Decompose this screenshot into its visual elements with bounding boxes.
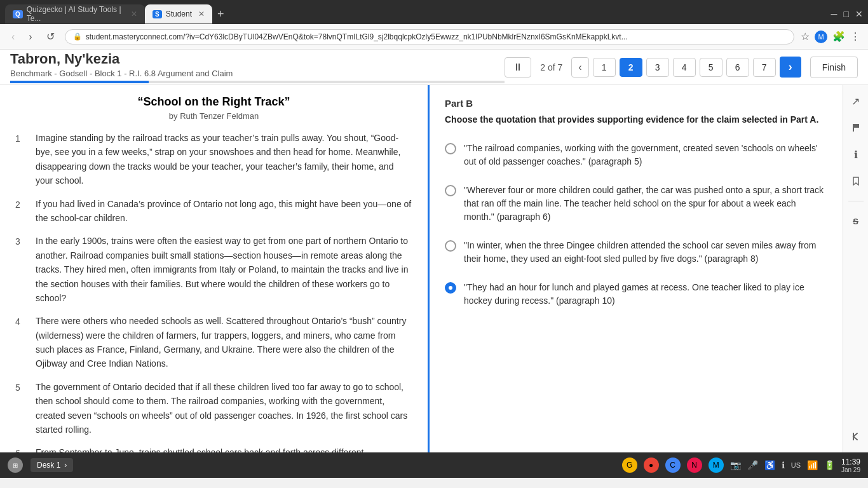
answer-option-d[interactable]: "They had an hour for lunch and played g… — [445, 278, 827, 310]
taskbar-app4-icon[interactable]: N — [687, 458, 702, 473]
para-text-5: The government of Ontario decided that i… — [36, 380, 412, 437]
taskbar-status-icon[interactable]: 📷 — [730, 460, 741, 470]
taskbar-start-button[interactable]: ⊞ — [8, 458, 23, 473]
para-text-2: If you had lived in Canada’s province of… — [36, 197, 412, 226]
lock-icon: 🔒 — [73, 32, 82, 41]
tab-quizgecko-label: Quizgecko | AI Study Tools | Te... — [27, 5, 125, 23]
radio-a[interactable] — [445, 143, 456, 154]
answer-option-a[interactable]: "The railroad companies, working with th… — [445, 139, 827, 171]
radio-b[interactable] — [445, 185, 456, 196]
radio-c[interactable] — [445, 240, 456, 252]
option-text-a: "The railroad companies, working with th… — [464, 142, 827, 168]
minimize-icon[interactable]: ─ — [831, 9, 837, 19]
student-info: Tabron, Ny'kezia Benchmark - Godsell - B… — [10, 51, 505, 83]
toolbar-separator — [848, 201, 864, 201]
new-tab-button[interactable]: + — [217, 8, 224, 21]
paragraph-3: 3 In the early 1900s, trains were often … — [15, 234, 412, 305]
menu-icon[interactable]: ⋮ — [850, 30, 860, 43]
back-button[interactable]: ‹ — [8, 30, 18, 44]
bookmark-icon[interactable] — [846, 172, 865, 191]
chrome-profile-icon[interactable]: M — [815, 30, 827, 43]
taskbar-mic-icon[interactable]: 🎤 — [747, 460, 758, 470]
taskbar-time: 11:39 — [841, 458, 860, 466]
tab-student[interactable]: S Student ✕ — [145, 4, 212, 24]
url-bar[interactable]: 🔒 student.masteryconnect.com/?iv=CdY63lc… — [65, 29, 794, 44]
taskbar-app5-icon[interactable]: M — [709, 458, 724, 473]
part-label: Part B — [445, 98, 827, 109]
tab-quizgecko-close[interactable]: ✕ — [131, 10, 137, 18]
para-num-2: 2 — [15, 198, 25, 226]
answer-option-c[interactable]: "In winter, when the three Dingee childr… — [445, 236, 827, 268]
progress-bar — [10, 81, 149, 83]
next-arrow-button[interactable]: › — [780, 57, 801, 78]
close-window-icon[interactable]: ✕ — [855, 9, 863, 19]
tab-student-label: Student — [166, 10, 192, 18]
svg-rect-0 — [853, 124, 854, 132]
pause-button[interactable]: ⏸ — [505, 57, 531, 78]
paragraph-2: 2 If you had lived in Canada’s province … — [15, 197, 412, 226]
quizgecko-favicon: Q — [13, 10, 23, 18]
taskbar-app2-icon[interactable]: ● — [644, 458, 659, 473]
page-5-button[interactable]: 5 — [700, 58, 722, 77]
taskbar-date: Jan 29 — [841, 466, 860, 473]
student-favicon: S — [153, 10, 162, 18]
prev-button[interactable]: ‹ — [571, 57, 588, 78]
taskbar-google-icon[interactable]: G — [622, 458, 637, 473]
taskbar-desk-item[interactable]: Desk 1 › — [31, 458, 73, 472]
paragraph-4: 4 There were others who needed schools a… — [15, 314, 412, 371]
question-panel: Part B Choose the quotation that provide… — [430, 85, 843, 452]
taskbar-wifi-icon[interactable]: 📶 — [807, 460, 818, 470]
browser-chrome: Q Quizgecko | AI Study Tools | Te... ✕ S… — [0, 0, 868, 50]
passage-panel: “School on the Right Track” by Ruth Tenz… — [0, 85, 430, 452]
option-text-d: "They had an hour for lunch and played g… — [464, 281, 827, 308]
paragraph-5: 5 The government of Ontario decided that… — [15, 380, 412, 437]
paragraph-1: 1 Imagine standing by the railroad track… — [15, 131, 412, 188]
passage-title: “School on the Right Track” — [15, 95, 412, 109]
passage-content: 1 Imagine standing by the railroad track… — [15, 131, 412, 452]
back-to-left-icon[interactable] — [846, 427, 865, 446]
para-num-4: 4 — [15, 315, 25, 371]
finish-button[interactable]: Finish — [810, 57, 858, 78]
taskbar-locale: US — [791, 461, 801, 469]
taskbar-chrome-icon[interactable]: C — [665, 458, 681, 473]
page-3-button[interactable]: 3 — [646, 58, 669, 77]
para-num-1: 1 — [15, 132, 25, 188]
desk-chevron: › — [64, 461, 67, 470]
para-text-3: In the early 1900s, trains were often th… — [36, 234, 412, 305]
taskbar: ⊞ Desk 1 › G ● C N M 📷 🎤 ♿ ℹ US 📶 🔋 11:3… — [0, 452, 868, 478]
expand-icon[interactable]: ↗ — [846, 92, 865, 111]
forward-button[interactable]: › — [25, 30, 36, 44]
refresh-button[interactable]: ↺ — [43, 29, 58, 44]
right-toolbar: ↗ ℹ S — [843, 85, 868, 452]
taskbar-info-icon[interactable]: ℹ — [782, 460, 785, 470]
answer-option-b[interactable]: "Wherever four or more children could ga… — [445, 181, 827, 226]
para-num-5: 5 — [15, 381, 25, 437]
content-area: “School on the Right Track” by Ruth Tenz… — [0, 85, 868, 452]
app-header: Tabron, Ny'kezia Benchmark - Godsell - B… — [0, 50, 868, 85]
tab-student-close[interactable]: ✕ — [198, 10, 205, 18]
bookmark-star-icon[interactable]: ☆ — [801, 30, 810, 43]
puzzle-icon[interactable]: 🧩 — [832, 30, 845, 43]
tab-bar-icons: ─ □ ✕ — [831, 9, 863, 19]
flag-icon[interactable] — [846, 118, 865, 137]
page-7-button[interactable]: 7 — [753, 58, 776, 77]
tab-quizgecko[interactable]: Q Quizgecko | AI Study Tools | Te... ✕ — [5, 4, 145, 24]
page-4-button[interactable]: 4 — [673, 58, 696, 77]
taskbar-accessibility-icon[interactable]: ♿ — [764, 460, 775, 470]
para-text-6: From September to June, trains shuttled … — [36, 445, 412, 452]
radio-d[interactable] — [445, 282, 456, 294]
page-1-button[interactable]: 1 — [593, 58, 616, 77]
page-6-button[interactable]: 6 — [726, 58, 749, 77]
question-text: Choose the quotation that provides suppo… — [445, 114, 827, 126]
taskbar-battery-icon: 🔋 — [824, 460, 835, 470]
maximize-icon[interactable]: □ — [844, 9, 849, 19]
para-num-3: 3 — [15, 234, 25, 305]
page-2-button[interactable]: 2 — [620, 58, 642, 77]
info-icon[interactable]: ℹ — [846, 145, 865, 164]
para-text-4: There were others who needed schools as … — [36, 314, 412, 371]
passage-author: by Ruth Tenzer Feldman — [15, 111, 412, 121]
student-name: Tabron, Ny'kezia — [10, 51, 505, 67]
para-text-1: Imagine standing by the railroad tracks … — [36, 131, 412, 188]
strikethrough-icon[interactable]: S — [846, 212, 865, 231]
option-text-b: "Wherever four or more children could ga… — [464, 184, 827, 224]
